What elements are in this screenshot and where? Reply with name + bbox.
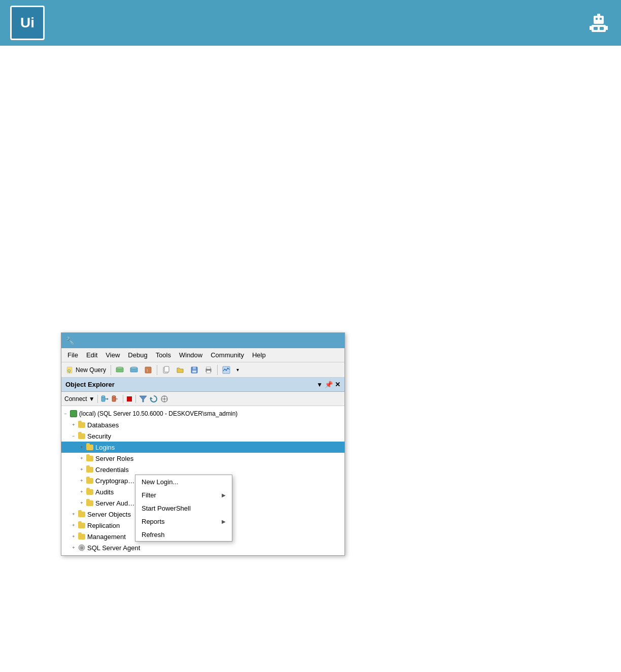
audits-folder-icon bbox=[86, 488, 94, 496]
oe-dropdown-arrow[interactable]: ▼ bbox=[317, 381, 323, 388]
tree-root[interactable]: − (local) (SQL Server 10.50.6000 - DESKO… bbox=[61, 408, 344, 419]
oe-pin-button[interactable]: 📌 bbox=[325, 381, 333, 388]
tree-sql-agent[interactable]: + ⚙ SQL Server Agent bbox=[61, 542, 344, 553]
menu-help[interactable]: Help bbox=[248, 350, 270, 360]
svg-marker-34 bbox=[140, 396, 147, 402]
menu-community[interactable]: Community bbox=[206, 350, 248, 360]
toolbar-btn-activity[interactable] bbox=[220, 364, 233, 376]
context-reports[interactable]: Reports ▶ bbox=[135, 515, 232, 528]
title-icon: 🔧 bbox=[65, 337, 74, 345]
toolbar-btn-dropdown[interactable]: ▾ bbox=[234, 365, 242, 374]
audits-label: Audits bbox=[95, 488, 114, 496]
tree-logins[interactable]: + Logins bbox=[61, 442, 344, 453]
new-query-button[interactable]: Q New Query bbox=[63, 364, 109, 376]
security-label: Security bbox=[87, 432, 111, 440]
toolbar-btn-newdb[interactable] bbox=[113, 364, 126, 376]
logins-toggle: + bbox=[78, 443, 86, 451]
stop-icon[interactable] bbox=[126, 395, 133, 402]
logins-folder-icon bbox=[86, 443, 94, 451]
title-bar: 🔧 bbox=[61, 333, 344, 348]
new-query-label: New Query bbox=[76, 366, 106, 374]
context-filter[interactable]: Filter ▶ bbox=[135, 488, 232, 501]
toolbar-btn-save[interactable] bbox=[188, 364, 201, 376]
audit-specs-folder-icon bbox=[86, 499, 94, 507]
copy-icon bbox=[162, 366, 170, 374]
object-explorer-title: Object Explorer bbox=[65, 381, 115, 388]
robot-icon bbox=[586, 11, 611, 35]
security-folder-icon bbox=[78, 432, 86, 440]
tree-credentials[interactable]: + Credentials bbox=[61, 464, 344, 475]
svg-marker-35 bbox=[150, 397, 153, 399]
replication-toggle: + bbox=[70, 521, 78, 529]
svg-text:⚙: ⚙ bbox=[80, 546, 83, 550]
connect-icon-2[interactable] bbox=[111, 394, 120, 404]
root-toggle: − bbox=[61, 410, 70, 418]
security-toggle: − bbox=[70, 432, 78, 440]
context-refresh[interactable]: Refresh bbox=[135, 528, 232, 541]
toolbar-sep-1 bbox=[111, 365, 111, 375]
menu-window[interactable]: Window bbox=[175, 350, 206, 360]
server-roles-label: Server Roles bbox=[95, 455, 133, 462]
connect-label: Connect bbox=[64, 395, 87, 402]
toolbar-btn-copy[interactable] bbox=[159, 364, 172, 376]
server-objects-label: Server Objects bbox=[87, 511, 131, 518]
menu-debug[interactable]: Debug bbox=[124, 350, 151, 360]
audits-toggle: + bbox=[78, 488, 86, 496]
connect-sep-2 bbox=[123, 395, 123, 403]
agent-toggle: + bbox=[70, 544, 78, 552]
replication-folder-icon bbox=[78, 521, 86, 529]
context-new-login[interactable]: New Login... bbox=[135, 475, 232, 488]
menu-tools[interactable]: Tools bbox=[152, 350, 175, 360]
newdb-icon bbox=[116, 366, 124, 374]
credentials-label: Credentials bbox=[95, 466, 129, 474]
reports-label: Reports bbox=[142, 518, 165, 525]
audit-specs-toggle: + bbox=[78, 499, 86, 507]
svg-rect-20 bbox=[193, 367, 196, 369]
tree-databases[interactable]: + Databases bbox=[61, 419, 344, 430]
menu-view[interactable]: View bbox=[101, 350, 124, 360]
toolbar-btn-open[interactable] bbox=[174, 364, 187, 376]
svg-point-27 bbox=[101, 395, 105, 397]
menu-edit[interactable]: Edit bbox=[82, 350, 101, 360]
management-toggle: + bbox=[70, 532, 78, 541]
svg-rect-5 bbox=[600, 27, 604, 30]
management-label: Management bbox=[87, 533, 126, 541]
context-powershell[interactable]: Start PowerShell bbox=[135, 501, 232, 515]
filter-icon[interactable] bbox=[139, 394, 148, 404]
connect-icon-1[interactable] bbox=[100, 394, 110, 404]
tree-view: − (local) (SQL Server 10.50.6000 - DESKO… bbox=[61, 406, 344, 555]
svg-rect-6 bbox=[597, 14, 600, 16]
filter-arrow: ▶ bbox=[222, 492, 226, 498]
manage-icon[interactable] bbox=[160, 394, 169, 404]
agent-label: SQL Server Agent bbox=[87, 544, 140, 552]
menu-bar: File Edit View Debug Tools Window Commun… bbox=[61, 348, 344, 362]
print-icon bbox=[204, 366, 213, 374]
oe-close-button[interactable]: ✕ bbox=[335, 381, 340, 388]
tree-security[interactable]: − Security bbox=[61, 430, 344, 442]
context-menu: New Login... Filter ▶ Start PowerShell R… bbox=[135, 475, 232, 542]
toolbar-btn-3[interactable]: ↑ bbox=[142, 364, 155, 376]
toolbar-btn-print[interactable] bbox=[202, 364, 215, 376]
menu-file[interactable]: File bbox=[63, 350, 82, 360]
svg-rect-33 bbox=[127, 396, 132, 401]
tree-server-roles[interactable]: + Server Roles bbox=[61, 453, 344, 464]
toolbar-btn-attach[interactable] bbox=[127, 364, 141, 376]
main-content: 🔧 File Edit View Debug Tools Window Comm… bbox=[0, 46, 621, 672]
crypto-folder-icon bbox=[86, 477, 94, 485]
refresh-icon[interactable] bbox=[149, 394, 158, 404]
ui-logo: Ui bbox=[10, 6, 45, 40]
svg-rect-8 bbox=[606, 26, 608, 30]
toolbar-sep-2 bbox=[157, 365, 157, 375]
top-bar: Ui bbox=[0, 0, 621, 46]
svg-rect-2 bbox=[600, 18, 602, 20]
connect-dropdown-icon[interactable]: ▼ bbox=[89, 395, 95, 402]
server-icon bbox=[70, 410, 78, 418]
databases-toggle: + bbox=[70, 421, 78, 429]
server-roles-toggle: + bbox=[78, 454, 86, 462]
new-login-label: New Login... bbox=[142, 478, 178, 486]
toolbar: Q New Query ↑ bbox=[61, 362, 344, 378]
svg-point-37 bbox=[163, 398, 165, 400]
filter-label: Filter bbox=[142, 491, 156, 499]
databases-label: Databases bbox=[87, 421, 119, 429]
refresh-label: Refresh bbox=[142, 531, 165, 539]
